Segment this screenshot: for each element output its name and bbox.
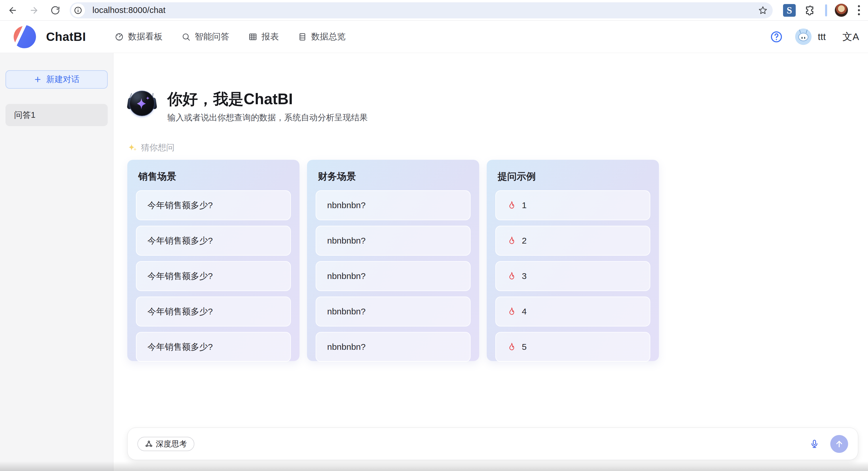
nav-item-reports[interactable]: 报表 — [248, 31, 279, 42]
hero-title: 你好，我是ChatBI — [167, 91, 368, 107]
suggestion-item[interactable]: 今年销售额多少? — [136, 296, 291, 326]
suggestion-item[interactable]: 1 — [495, 190, 650, 220]
card-question-examples: 提问示例 1 2 3 4 5 — [487, 160, 659, 361]
help-icon — [770, 30, 783, 43]
hero-subtitle: 输入或者说出你想查询的数据，系统自动分析呈现结果 — [167, 112, 368, 124]
suggestion-item[interactable]: nbnbnbn? — [316, 226, 471, 256]
help-button[interactable] — [769, 30, 784, 44]
main-nav: 数据看板 智能问答 报表 数据总览 — [115, 31, 346, 42]
dashboard-icon — [115, 32, 124, 41]
hero: 你好，我是ChatBI 输入或者说出你想查询的数据，系统自动分析呈现结果 — [129, 90, 868, 124]
suggestion-item[interactable]: 今年销售额多少? — [136, 261, 291, 291]
star-icon — [758, 5, 768, 15]
sidebar: 新建对话 问答1 — [0, 53, 114, 471]
hero-text: 你好，我是ChatBI 输入或者说出你想查询的数据，系统自动分析呈现结果 — [167, 90, 368, 124]
suggestion-item[interactable]: nbnbnbn? — [316, 190, 471, 220]
browser-forward-button[interactable] — [28, 4, 40, 17]
suggestion-item[interactable]: 5 — [495, 332, 650, 362]
info-icon — [74, 6, 82, 15]
browser-toolbar-right: S — [783, 3, 862, 17]
network-icon — [145, 440, 153, 448]
puzzle-icon — [805, 5, 815, 16]
username-label: ttt — [818, 31, 826, 42]
user-avatar[interactable] — [795, 29, 811, 45]
forward-arrow-icon — [29, 5, 39, 15]
header-right: ttt 文A — [769, 29, 859, 45]
site-info-button[interactable] — [71, 3, 85, 17]
composer: 深度思考 — [127, 428, 858, 460]
robot-avatar-icon — [129, 90, 155, 117]
conversation-list: 问答1 — [5, 104, 108, 126]
new-chat-label: 新建对话 — [46, 74, 80, 85]
suggestion-item[interactable]: 今年销售额多少? — [136, 190, 291, 220]
browser-toolbar: localhost:8000/chat S — [0, 0, 868, 21]
card-finance-scene: 财务场景 nbnbnbn? nbnbnbn? nbnbnbn? nbnbnbn?… — [307, 160, 479, 361]
suggestion-item[interactable]: nbnbnbn? — [316, 332, 471, 362]
sparkles-icon — [128, 143, 138, 153]
browser-profile-avatar[interactable] — [835, 3, 848, 17]
suggestion-label: 1 — [522, 200, 527, 210]
nav-label: 数据看板 — [128, 31, 162, 42]
translate-button[interactable]: 文A — [842, 30, 859, 43]
database-icon — [298, 32, 307, 41]
nav-item-data-overview[interactable]: 数据总览 — [298, 31, 346, 42]
fire-icon — [507, 342, 517, 352]
suggestion-item[interactable]: 今年销售额多少? — [136, 226, 291, 256]
suggestion-item[interactable]: 今年销售额多少? — [136, 332, 291, 362]
suggestion-label: 4 — [522, 307, 527, 316]
pinned-extension-indicator — [825, 4, 827, 17]
fire-icon — [507, 307, 517, 316]
card-title: 财务场景 — [318, 171, 471, 182]
suggestion-item[interactable]: 2 — [495, 226, 650, 256]
nav-label: 数据总览 — [311, 31, 346, 42]
new-chat-button[interactable]: 新建对话 — [5, 70, 108, 89]
fire-icon — [507, 271, 517, 281]
content-area: 新建对话 问答1 你好，我是ChatBI — [0, 53, 868, 471]
fire-icon — [507, 236, 517, 246]
guess-label: 猜你想问 — [141, 142, 175, 153]
suggestion-label: 5 — [522, 342, 527, 352]
table-icon — [248, 32, 257, 41]
card-title: 提问示例 — [498, 171, 650, 182]
main-panel: 你好，我是ChatBI 输入或者说出你想查询的数据，系统自动分析呈现结果 猜你想… — [114, 53, 868, 471]
app-header: ChatBI 数据看板 智能问答 报表 数据总览 ttt 文A — [0, 21, 868, 53]
url-text: localhost:8000/chat — [92, 5, 757, 15]
nav-item-dashboard[interactable]: 数据看板 — [115, 31, 162, 42]
suggestion-item[interactable]: 4 — [495, 296, 650, 326]
sparkle-star-small-icon — [146, 96, 150, 100]
address-bar[interactable]: localhost:8000/chat — [70, 2, 773, 19]
guess-row: 猜你想问 — [128, 142, 868, 153]
chatbi-logo — [11, 24, 38, 50]
suggestion-cards: 销售场景 今年销售额多少? 今年销售额多少? 今年销售额多少? 今年销售额多少?… — [127, 160, 868, 361]
conversation-item[interactable]: 问答1 — [5, 104, 108, 126]
brand-title: ChatBI — [46, 30, 86, 44]
suggestion-label: 3 — [522, 271, 527, 281]
browser-back-button[interactable] — [6, 4, 19, 17]
extensions-button[interactable] — [804, 4, 816, 17]
browser-menu-button[interactable] — [856, 3, 862, 17]
suggestion-label: 2 — [522, 236, 527, 246]
suggestion-item[interactable]: nbnbnbn? — [316, 296, 471, 326]
browser-reload-button[interactable] — [49, 4, 62, 17]
reload-icon — [51, 5, 60, 15]
microphone-icon — [810, 439, 819, 449]
card-title: 销售场景 — [138, 171, 291, 182]
send-arrow-icon — [834, 439, 844, 449]
suggestion-item[interactable]: nbnbnbn? — [316, 261, 471, 291]
nav-label: 报表 — [261, 31, 279, 42]
fire-icon — [507, 200, 517, 210]
suggestion-item[interactable]: 3 — [495, 261, 650, 291]
nav-item-smart-qa[interactable]: 智能问答 — [181, 31, 229, 42]
send-button[interactable] — [830, 435, 848, 453]
deep-think-toggle[interactable]: 深度思考 — [137, 437, 194, 451]
microphone-button[interactable] — [810, 439, 819, 449]
search-icon — [181, 32, 191, 41]
card-sales-scene: 销售场景 今年销售额多少? 今年销售额多少? 今年销售额多少? 今年销售额多少?… — [127, 160, 300, 361]
back-arrow-icon — [8, 5, 18, 15]
extension-s-button[interactable]: S — [783, 4, 796, 17]
bookmark-star-button[interactable] — [757, 5, 769, 16]
chat-input[interactable] — [201, 435, 803, 452]
nav-label: 智能问答 — [195, 31, 229, 42]
plus-icon — [34, 75, 42, 84]
deep-think-label: 深度思考 — [156, 439, 187, 449]
